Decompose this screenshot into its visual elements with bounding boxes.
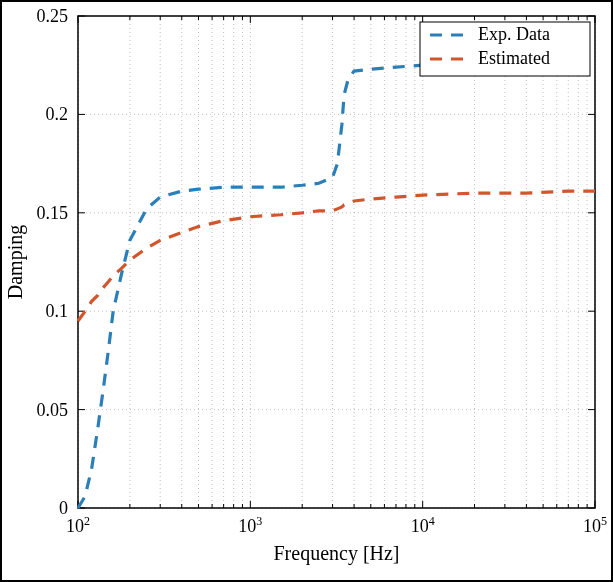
ticks (78, 16, 595, 508)
series-exp-data (78, 26, 595, 508)
x-tick-label: 105 (583, 514, 607, 536)
legend-label: Estimated (478, 48, 550, 68)
x-axis-label: Frequency [Hz] (273, 542, 399, 565)
x-tick-label: 104 (411, 514, 435, 536)
y-tick-label: 0.05 (37, 400, 69, 420)
grid (78, 16, 595, 508)
x-tick-label: 102 (66, 514, 90, 536)
line-chart: 10210310410500.050.10.150.20.25Frequency… (0, 0, 613, 582)
plot-frame (78, 16, 595, 508)
y-axis-label: Damping (4, 225, 27, 299)
series-estimated (78, 191, 595, 321)
y-tick-label: 0.1 (46, 301, 69, 321)
chart-container: 10210310410500.050.10.150.20.25Frequency… (0, 0, 613, 582)
y-tick-label: 0.2 (46, 104, 69, 124)
outer-border (1, 1, 612, 581)
y-tick-label: 0.25 (37, 6, 69, 26)
y-tick-label: 0.15 (37, 203, 69, 223)
x-tick-label: 103 (238, 514, 262, 536)
legend-label: Exp. Data (478, 24, 550, 44)
y-tick-label: 0 (59, 498, 68, 518)
